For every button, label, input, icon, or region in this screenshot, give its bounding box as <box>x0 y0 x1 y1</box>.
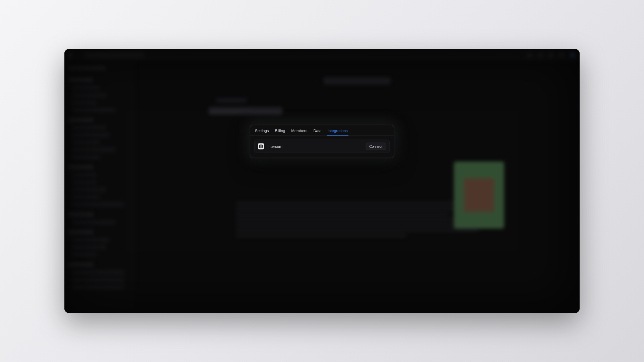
window-titlebar <box>64 49 580 61</box>
intercom-icon <box>258 143 264 149</box>
tab-members[interactable]: Members <box>291 128 307 135</box>
integration-row-intercom: Intercom Connect <box>254 139 390 153</box>
svg-rect-1 <box>260 145 260 147</box>
section-label <box>216 98 247 103</box>
blurred-backdrop: Creator Journey Novel User Guide <box>64 49 580 313</box>
tab-integrations[interactable]: Integrations <box>327 128 347 135</box>
svg-rect-3 <box>261 145 262 147</box>
page-title: Creator Journey <box>324 77 391 84</box>
body-text <box>236 202 479 237</box>
app-window: Creator Journey Novel User Guide Setting… <box>64 49 580 313</box>
content-thumbnail <box>454 162 504 229</box>
address-bar[interactable] <box>84 52 144 58</box>
sidebar <box>64 61 135 313</box>
svg-rect-4 <box>262 145 262 147</box>
svg-rect-2 <box>261 145 261 147</box>
tab-data[interactable]: Data <box>313 128 321 135</box>
settings-modal: Settings Billing Members Data Integratio… <box>250 125 394 158</box>
card-title: Novel User Guide <box>209 107 282 115</box>
tab-settings[interactable]: Settings <box>255 128 269 135</box>
toolbar-icons <box>527 53 575 57</box>
modal-tabs: Settings Billing Members Data Integratio… <box>250 125 394 135</box>
integration-name: Intercom <box>267 144 282 148</box>
main-content: Creator Journey Novel User Guide <box>135 61 580 313</box>
tab-billing[interactable]: Billing <box>275 128 285 135</box>
connect-button[interactable]: Connect <box>366 142 386 150</box>
